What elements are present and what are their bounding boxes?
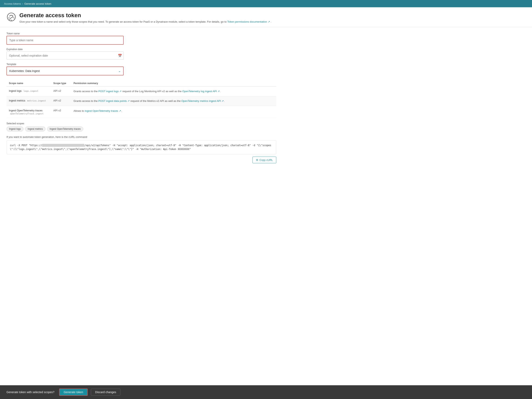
- scope-code: logs.ingest: [24, 90, 38, 92]
- curl-prefix: curl -X POST "https://: [10, 144, 42, 147]
- scope-name: Ingest OpenTelemetry traces: [9, 109, 42, 112]
- template-group: Template Kubernetes: Data Ingest ⌄: [6, 63, 276, 75]
- page-header-text: Generate access token Give your new toke…: [19, 12, 272, 24]
- token-name-input[interactable]: [7, 36, 123, 44]
- main-content: Token name Expiration date 📅 Template Ku…: [0, 27, 283, 184]
- table-row: Ingest OpenTelemetry traces openTelemetr…: [6, 106, 276, 118]
- page-description: Give your new token a name and select on…: [19, 20, 272, 24]
- breadcrumb-nav: Access tokens › Generate access token: [0, 0, 532, 7]
- scopes-table: Scope name Scope type Permission summary…: [6, 80, 276, 118]
- opentelemetry-metrics-ingest-link[interactable]: OpenTelemetry metrics ingest API ↗: [181, 99, 224, 103]
- template-select[interactable]: Kubernetes: Data Ingest ⌄: [7, 67, 123, 75]
- scope-type-cell: API v2: [51, 86, 71, 96]
- page-icon: [6, 12, 16, 22]
- chevron-down-icon: ⌄: [118, 69, 121, 73]
- token-permissions-link[interactable]: Token permissions documentation ↗: [227, 20, 271, 23]
- curl-box: curl -X POST "https://██████████████████…: [6, 141, 276, 154]
- curl-redacted: ████████████████████████████: [42, 144, 84, 147]
- scope-code: openTelemetryTrace.ingest: [10, 112, 44, 115]
- expiration-group: Expiration date 📅: [6, 48, 276, 60]
- permission-cell: Allows to ingest OpenTelemetry traces ↗.: [71, 106, 276, 118]
- scope-name-cell: Ingest metrics metrics.ingest: [6, 96, 51, 106]
- calendar-icon-button[interactable]: 📅: [118, 54, 122, 58]
- ingest-opentelemetry-traces-link[interactable]: ingest OpenTelemetry traces ↗: [85, 109, 121, 112]
- curl-section: If you want to automate token generation…: [6, 135, 276, 163]
- post-ingest-data-points-link[interactable]: POST ingest data points ↗: [98, 99, 130, 103]
- col-header-scope-name: Scope name: [6, 80, 51, 86]
- scope-code: metrics.ingest: [27, 99, 46, 102]
- copy-curl-row: ⚙ Copy cURL: [6, 157, 276, 163]
- scope-name-cell: Ingest logs logs.ingest: [6, 86, 51, 96]
- scope-name: Ingest logs: [9, 89, 22, 92]
- scope-name: Ingest metrics: [9, 99, 25, 102]
- copy-curl-button[interactable]: ⚙ Copy cURL: [253, 157, 276, 163]
- template-wrapper[interactable]: Kubernetes: Data Ingest ⌄: [6, 66, 124, 75]
- page-title: Generate access token: [19, 12, 272, 19]
- scope-type-cell: API v2: [51, 96, 71, 106]
- table-row: Ingest metrics metrics.ingest API v2 Gra…: [6, 96, 276, 106]
- template-label: Template: [6, 63, 276, 66]
- token-name-group: Token name: [6, 32, 276, 45]
- col-header-scope-type: Scope type: [51, 80, 71, 86]
- opentelemetry-log-ingest-link[interactable]: OpenTelemetry log ingest API ↗: [182, 90, 220, 93]
- expiration-label: Expiration date: [6, 48, 276, 51]
- scope-tags: Ingest logs Ingest metrics Ingest OpenTe…: [6, 127, 276, 131]
- token-name-wrapper: [6, 36, 124, 45]
- breadcrumb-current: Generate access token: [24, 2, 51, 5]
- scopes-section: Scope name Scope type Permission summary…: [6, 80, 276, 118]
- permission-cell: Grants access to the POST ingest data po…: [71, 96, 276, 106]
- table-row: Ingest logs logs.ingest API v2 Grants ac…: [6, 86, 276, 96]
- breadcrumb-separator: ›: [22, 2, 23, 5]
- selected-scopes-label: Selected scopes: [6, 122, 276, 125]
- permission-cell: Grants access to the POST ingest logs ↗ …: [71, 86, 276, 96]
- scope-tag: Ingest OpenTelemetry traces: [47, 127, 83, 131]
- template-value: Kubernetes: Data Ingest: [9, 69, 40, 73]
- copy-curl-label: Copy cURL: [260, 158, 273, 161]
- token-name-label: Token name: [6, 32, 276, 35]
- scope-tag: Ingest metrics: [25, 127, 45, 131]
- scope-name-cell: Ingest OpenTelemetry traces openTelemetr…: [6, 106, 51, 118]
- page-header: Generate access token Give your new toke…: [0, 7, 532, 27]
- svg-point-1: [11, 20, 12, 21]
- breadcrumb-parent[interactable]: Access tokens: [4, 2, 21, 5]
- col-header-permission: Permission summary: [71, 80, 276, 86]
- expiration-wrapper: 📅: [6, 51, 124, 60]
- curl-info-text: If you want to automate token generation…: [6, 135, 276, 138]
- expiration-input[interactable]: [6, 51, 124, 60]
- scope-type-cell: API v2: [51, 106, 71, 118]
- copy-curl-icon: ⚙: [256, 158, 258, 161]
- scope-tag: Ingest logs: [6, 127, 23, 131]
- selected-scopes-section: Selected scopes Ingest logs Ingest metri…: [6, 122, 276, 131]
- post-ingest-logs-link[interactable]: POST ingest logs ↗: [98, 90, 122, 93]
